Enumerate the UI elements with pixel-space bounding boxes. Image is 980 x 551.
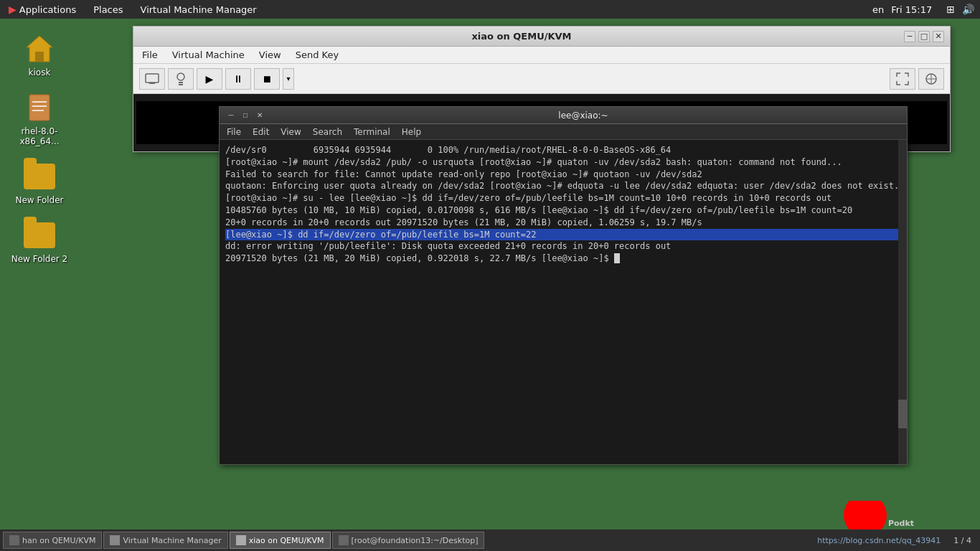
virt-manager-close-btn[interactable]: ✕ <box>933 31 944 42</box>
term-menu-edit[interactable]: Edit <box>248 126 273 138</box>
terminal-scrollbar-thumb[interactable] <box>898 400 907 428</box>
app-icon: ▶ <box>9 4 17 15</box>
terminal-maximize-btn[interactable]: □ <box>240 110 251 121</box>
term-line-18: [lee@xiao ~]$ dd if=/dev/zero of=/pub/le… <box>225 229 901 241</box>
vm-menu-send-key[interactable]: Send Key <box>290 48 344 62</box>
vm-menu-file[interactable]: File <box>136 48 164 62</box>
term-line-0: /dev/sr0 6935944 6935944 0 100% /run/med… <box>225 145 671 155</box>
svg-rect-1 <box>35 52 44 62</box>
vm-menu-view[interactable]: View <box>253 48 287 62</box>
partial-brand-image: Podkt <box>837 501 923 529</box>
svg-rect-6 <box>146 74 159 83</box>
term-menu-file[interactable]: File <box>222 126 245 138</box>
term-line-13: 10485760 bytes (10 MB, 10 MiB) copied, 0… <box>225 205 536 215</box>
term-line-11: 10+0 records in <box>666 193 743 203</box>
desktop-icon-rhel[interactable]: rhel-8.0-x86_64... <box>7 92 72 146</box>
monitor-toolbar-btn[interactable] <box>139 68 165 90</box>
svg-rect-9 <box>179 82 183 83</box>
term-line-4: Failed to search for file: Cannot update… <box>225 169 510 179</box>
term-line-2: [root@xiao ~]# quaton -uv /dev/sda2 <box>479 157 661 167</box>
virt-manager-maximize-btn[interactable]: □ <box>918 31 930 42</box>
term-line-14: [lee@xiao ~]$ dd if=/dev/zero of=/pub/le… <box>542 205 852 215</box>
vm-menu-virtual-machine[interactable]: Virtual Machine <box>166 48 250 62</box>
virt-manager-task-icon <box>110 535 120 545</box>
taskbar-han-kvm[interactable]: han on QEMU/KVM <box>3 532 102 549</box>
virt-manager-task-label: Virtual Machine Manager <box>123 536 221 545</box>
svg-point-8 <box>177 73 184 80</box>
taskbar: han on QEMU/KVM Virtual Machine Manager … <box>0 529 980 551</box>
play-toolbar-btn[interactable]: ▶ <box>197 68 222 90</box>
places-menu[interactable]: Places <box>90 3 126 17</box>
virt-manager-minimize-btn[interactable]: ─ <box>904 31 915 42</box>
places-label: Places <box>93 4 123 15</box>
term-line-17: 20971520 bytes (21 MB, 20 MiB) copied, 1… <box>396 217 702 227</box>
time-label: Fri 15:17 <box>891 4 932 15</box>
taskbar-url[interactable]: https://blog.csdn.net/qq_43941 <box>811 536 946 545</box>
term-menu-terminal[interactable]: Terminal <box>349 126 395 138</box>
term-line-6: quotaon: Enforcing user quota already on… <box>225 181 484 191</box>
lightbulb-toolbar-btn[interactable] <box>168 68 194 90</box>
term-line-7: [root@xiao ~]# edquota -u lee /dev/sda2 <box>489 181 692 191</box>
taskbar-root-foundation[interactable]: [root@foundation13:~/Desktop] <box>332 532 485 549</box>
rhel-label: rhel-8.0-x86_64... <box>7 126 72 146</box>
term-line-5: [root@xiao ~]# quotaon -uv /dev/sda2 <box>516 169 702 179</box>
fullscreen-toolbar-btn[interactable] <box>890 68 915 90</box>
term-line-22: 20971520 bytes (21 MB, 20 MiB) copied, 0… <box>225 253 536 263</box>
virt-manager-titlebar: xiao on QEMU/KVM ─ □ ✕ <box>133 27 950 47</box>
desktop-icon-kiosk[interactable]: kiosk <box>7 33 72 77</box>
resize-toolbar-btn[interactable] <box>918 68 944 90</box>
folder-icon <box>24 161 55 192</box>
term-line-20: 21+0 records in <box>505 241 583 251</box>
partial-text: Podkt <box>888 519 914 528</box>
toolbar-dropdown-btn[interactable]: ▾ <box>283 68 294 90</box>
terminal-window: ─ □ ✕ lee@xiao:~ File Edit View Search T… <box>219 106 908 465</box>
stop-toolbar-btn[interactable]: ⏹ <box>254 68 280 90</box>
term-menu-view[interactable]: View <box>276 126 305 138</box>
xiao-kvm-label: xiao on QEMU/KVM <box>249 536 324 545</box>
terminal-cursor <box>614 253 620 263</box>
pause-toolbar-btn[interactable]: ⏸ <box>225 68 251 90</box>
han-kvm-label: han on QEMU/KVM <box>22 536 95 545</box>
term-line-8: edquota: user /dev/sda2 does not exist. <box>697 181 899 191</box>
virt-manager-label: Virtual Machine Manager <box>141 4 257 15</box>
term-menu-search[interactable]: Search <box>308 126 347 138</box>
terminal-body[interactable]: /dev/sr0 6935944 6935944 0 100% /run/med… <box>220 140 907 464</box>
taskbar-virt-manager[interactable]: Virtual Machine Manager <box>103 532 227 549</box>
term-line-10: [lee@xiao ~]$ dd if=/dev/zero of=/pub/le… <box>349 193 660 203</box>
terminal-titlebar: ─ □ ✕ lee@xiao:~ <box>220 107 907 124</box>
term-line-19: dd: error writing '/pub/leefile': Disk q… <box>225 241 500 251</box>
terminal-scrollbar[interactable] <box>898 140 907 464</box>
home-icon <box>24 33 55 65</box>
top-menubar: ▶ Applications Places Virtual Machine Ma… <box>0 0 980 19</box>
term-line-3: bash: quaton: command not found... <box>666 157 842 167</box>
term-line-12: 10+0 records out <box>749 193 832 203</box>
desktop-icon-new-folder[interactable]: New Folder <box>7 161 72 205</box>
term-menu-help[interactable]: Help <box>397 126 425 138</box>
svg-rect-7 <box>149 83 155 84</box>
folder2-icon <box>24 220 55 251</box>
desktop: kiosk rhel-8.0-x86_64... New Folder New … <box>0 19 129 529</box>
red-circle-shape <box>844 501 887 529</box>
root-foundation-icon <box>339 535 349 545</box>
virt-manager-toolbar: ▶ ⏸ ⏹ ▾ <box>133 64 950 94</box>
new-folder-label: New Folder <box>15 195 63 205</box>
term-line-15: 20+0 records in <box>225 217 303 227</box>
term-line-16: 20+0 records out <box>308 217 392 227</box>
new-folder2-label: New Folder 2 <box>11 254 68 264</box>
virt-manager-title: xiao on QEMU/KVM <box>139 31 904 42</box>
virt-manager-menu[interactable]: Virtual Machine Manager <box>138 3 260 17</box>
file-icon <box>24 92 55 123</box>
virt-manager-menubar: File Virtual Machine View Send Key <box>133 47 950 64</box>
kiosk-label: kiosk <box>29 67 51 77</box>
applications-label: Applications <box>19 4 76 15</box>
desktop-icon-new-folder-2[interactable]: New Folder 2 <box>7 220 72 264</box>
taskbar-xiao-kvm[interactable]: xiao on QEMU/KVM <box>230 532 331 549</box>
locale-label: en <box>872 4 884 15</box>
taskbar-pages: 1 / 4 <box>948 536 977 545</box>
network-icon: ⊞ <box>946 4 955 15</box>
applications-menu[interactable]: ▶ Applications <box>6 2 79 17</box>
terminal-menubar: File Edit View Search Terminal Help <box>220 124 907 140</box>
term-line-23[interactable]: [lee@xiao ~]$ <box>542 253 620 263</box>
terminal-minimize-btn[interactable]: ─ <box>225 110 237 121</box>
terminal-close-btn[interactable]: ✕ <box>254 110 265 121</box>
